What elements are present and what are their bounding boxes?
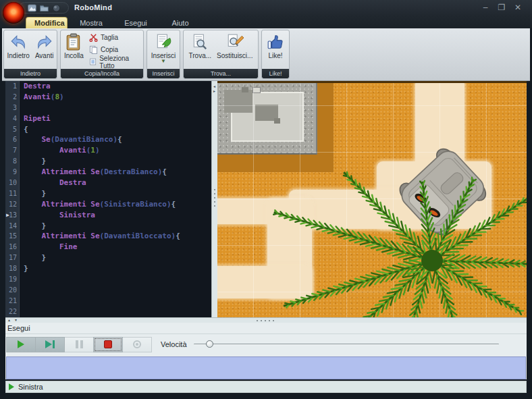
code-line[interactable]: 8 } xyxy=(5,156,211,167)
code-line[interactable]: 11 } xyxy=(5,188,211,199)
copy-button[interactable]: Copia xyxy=(87,45,142,55)
line-number: 11 xyxy=(5,188,20,199)
find-button[interactable]: Trova... xyxy=(187,31,214,68)
group-label: Trova... xyxy=(184,69,258,78)
save-icon[interactable] xyxy=(52,4,61,12)
robomind-window: RoboMind – ❐ ✕ Modifica Mostra Esegui Ai… xyxy=(0,0,532,399)
open-folder-icon[interactable] xyxy=(40,4,49,12)
remote-icon xyxy=(133,340,141,348)
tab-modifica[interactable]: Modifica xyxy=(26,17,68,28)
window-left-border xyxy=(0,81,5,317)
code-line[interactable]: 21 xyxy=(5,296,211,307)
code-line[interactable]: 16 Fine xyxy=(5,242,211,252)
code-line[interactable]: 1Destra xyxy=(5,81,211,92)
ribbon-group-inserisci: Inserisci ▼ Inserisci xyxy=(147,30,180,79)
tab-mostra[interactable]: Mostra xyxy=(70,18,112,28)
line-number: 10 xyxy=(5,178,20,188)
code-editor[interactable]: 1Destra2Avanti(8)34Ripeti5{6 Se(DavantiB… xyxy=(5,81,211,317)
code-line[interactable]: 10 Destra xyxy=(5,178,211,188)
line-number: 9 xyxy=(5,167,20,178)
code-line[interactable]: 9 Altrimenti Se(DestraBianco){ xyxy=(5,167,211,178)
collapse-down-icon[interactable]: ▾ xyxy=(15,318,17,323)
robot-world-map[interactable] xyxy=(217,81,527,317)
scissors-icon xyxy=(89,33,98,42)
code-line[interactable]: 14 } xyxy=(5,221,211,232)
cut-button[interactable]: Taglia xyxy=(87,32,142,43)
replace-button[interactable]: Sostituisci... xyxy=(215,31,255,68)
run-panel-title: Esegui xyxy=(5,323,527,334)
minimize-button[interactable]: – xyxy=(481,3,490,12)
step-icon xyxy=(45,340,52,348)
remote-button[interactable] xyxy=(122,337,152,352)
insert-icon xyxy=(155,33,172,51)
select-all-button[interactable]: Seleziona Tutto xyxy=(87,57,142,67)
tab-esegui[interactable]: Esegui xyxy=(115,18,157,28)
ribbon-group-copia-incolla: Incolla Taglia Copia Seleziona Tutto xyxy=(60,30,144,79)
code-line[interactable]: 6 Se(DavantiBianco){ xyxy=(5,134,211,145)
speed-slider[interactable] xyxy=(194,340,499,349)
code-line[interactable]: 12 Altrimenti Se(SinistraBianco){ xyxy=(5,199,211,210)
play-button[interactable] xyxy=(6,337,36,352)
line-number: 21 xyxy=(5,296,20,307)
collapse-up-icon[interactable]: ▴ xyxy=(8,318,10,323)
close-button[interactable]: ✕ xyxy=(513,3,523,12)
ribbon-group-indietro: Indietro Avanti Indietro xyxy=(3,30,57,79)
chevron-down-icon: ▼ xyxy=(161,59,166,63)
button-label: Indietro xyxy=(7,52,30,59)
line-number: 7 xyxy=(5,145,20,156)
step-button[interactable] xyxy=(35,337,65,352)
clipboard-icon xyxy=(65,33,82,51)
code-line[interactable]: 22 xyxy=(5,307,211,317)
button-label: Taglia xyxy=(101,34,118,41)
code-line[interactable]: 17 } xyxy=(5,252,211,263)
insert-button[interactable]: Inserisci ▼ xyxy=(149,31,178,68)
new-file-icon[interactable] xyxy=(28,4,36,12)
code-line[interactable]: ▶13 Sinistra xyxy=(5,210,211,221)
play-icon xyxy=(9,383,14,390)
tab-aiuto[interactable]: Aiuto xyxy=(159,18,201,28)
playback-controls: Velocità xyxy=(5,334,527,356)
group-label: Inserisci xyxy=(147,69,180,78)
line-number: 5 xyxy=(5,124,20,135)
replace-icon xyxy=(226,33,244,51)
line-number: 6 xyxy=(5,134,20,145)
line-number: 15 xyxy=(5,231,20,242)
palm-plant xyxy=(230,169,527,317)
status-text: Sinistra xyxy=(18,383,43,391)
like-button[interactable]: Like! xyxy=(265,31,286,68)
maximize-button[interactable]: ❐ xyxy=(497,3,506,12)
select-all-icon xyxy=(89,57,97,66)
line-number: 19 xyxy=(5,274,20,285)
redo-button[interactable]: Avanti xyxy=(33,31,56,68)
code-line[interactable]: 7 Avanti(1) xyxy=(5,145,211,156)
redo-arrow-icon xyxy=(36,33,53,51)
line-number: 1 xyxy=(5,81,20,92)
collapse-left-icon[interactable]: ◂ xyxy=(213,85,215,88)
splitter-grip[interactable] xyxy=(214,189,215,207)
button-label: Copia xyxy=(101,46,118,53)
message-area[interactable] xyxy=(6,356,526,379)
code-line[interactable]: 5{ xyxy=(5,124,211,135)
code-line[interactable]: 15 Altrimenti Se(DavantiBloccato){ xyxy=(5,231,211,242)
app-menu-button[interactable] xyxy=(3,2,24,24)
button-label: Avanti xyxy=(35,52,54,59)
code-line[interactable]: 3 xyxy=(5,103,211,113)
undo-button[interactable]: Indietro xyxy=(5,31,32,68)
code-line[interactable]: 2Avanti(8) xyxy=(5,92,211,103)
vertical-splitter[interactable]: ◂ ▸ xyxy=(211,81,217,317)
code-line[interactable]: 18} xyxy=(5,263,211,274)
collapse-right-icon[interactable]: ▸ xyxy=(213,90,215,93)
splitter-grip[interactable] xyxy=(257,320,274,321)
speed-label: Velocità xyxy=(161,340,187,348)
horizontal-splitter[interactable]: ▴ ▾ xyxy=(5,317,527,323)
line-number: 17 xyxy=(5,252,20,263)
code-line[interactable]: 20 xyxy=(5,285,211,296)
pause-button[interactable] xyxy=(64,337,94,352)
line-number: 22 xyxy=(5,307,20,317)
slider-thumb[interactable] xyxy=(206,340,213,348)
stop-button[interactable] xyxy=(93,337,123,352)
code-line[interactable]: 19 xyxy=(5,274,211,285)
code-line[interactable]: 4Ripeti xyxy=(5,113,211,124)
paste-button[interactable]: Incolla xyxy=(62,31,86,68)
stop-icon xyxy=(104,340,112,348)
